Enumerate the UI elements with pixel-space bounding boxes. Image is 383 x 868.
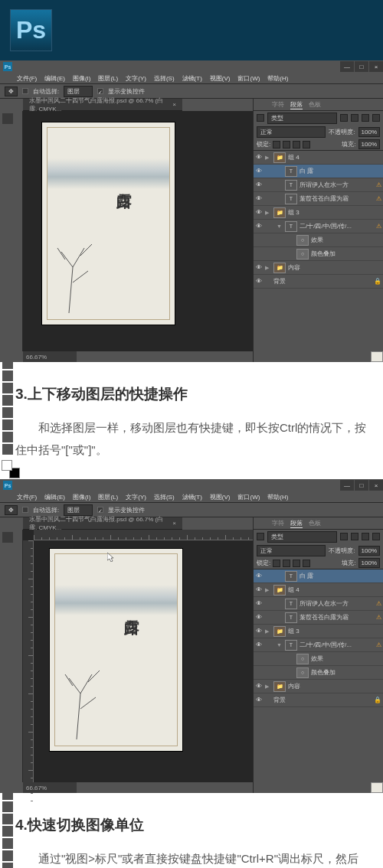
- lock-all-icon[interactable]: [303, 141, 310, 148]
- document-tab[interactable]: 水墨中国风二十四节气白露海报.psd @ 66.7% (白 露, CMYK...…: [23, 99, 182, 111]
- auto-select-dropdown[interactable]: 图层: [64, 86, 93, 97]
- document-canvas[interactable]: 白露: [41, 122, 175, 325]
- expand-icon[interactable]: ▶: [265, 155, 271, 161]
- fill-input[interactable]: 100%: [358, 139, 380, 149]
- layer-row[interactable]: 👁▶📁组 3: [254, 206, 383, 220]
- filter-text-icon[interactable]: [340, 533, 348, 540]
- menu-item[interactable]: 视图(V): [210, 74, 231, 83]
- tool-button[interactable]: [2, 826, 13, 837]
- menu-item[interactable]: 帮助(H): [267, 74, 288, 83]
- tool-button[interactable]: [2, 740, 13, 751]
- ruler-vertical[interactable]: [23, 540, 34, 782]
- layer-kind-dropdown[interactable]: 类型: [267, 113, 337, 124]
- tool-button[interactable]: [2, 175, 13, 185]
- lock-position-icon[interactable]: [293, 141, 300, 148]
- layer-row[interactable]: 👁T白 露: [254, 569, 383, 583]
- filter-smart-icon[interactable]: [372, 533, 380, 540]
- tool-button[interactable]: [2, 716, 13, 726]
- tool-button[interactable]: [2, 752, 13, 763]
- layer-row[interactable]: 👁T白 露: [254, 165, 383, 178]
- tool-button[interactable]: [2, 321, 13, 332]
- menu-item[interactable]: 图像(I): [73, 74, 91, 83]
- search-icon[interactable]: [257, 533, 264, 540]
- tab-close-icon[interactable]: ×: [172, 520, 176, 527]
- menu-item[interactable]: 选择(S): [154, 493, 175, 501]
- tool-button[interactable]: [2, 224, 13, 234]
- menu-item[interactable]: 图层(L): [98, 493, 118, 501]
- tool-button[interactable]: [2, 260, 13, 271]
- visibility-icon[interactable]: [255, 250, 263, 258]
- tab-close-icon[interactable]: ×: [172, 101, 176, 108]
- filter-adj-icon[interactable]: [351, 114, 358, 122]
- blend-mode-dropdown[interactable]: 正常: [257, 126, 326, 138]
- visibility-icon[interactable]: 👁: [255, 209, 263, 217]
- move-tool-icon[interactable]: ✥: [5, 86, 18, 96]
- visibility-icon[interactable]: 👁: [255, 181, 263, 189]
- visibility-icon[interactable]: 👁: [255, 586, 263, 594]
- menu-item[interactable]: 视图(V): [210, 493, 231, 501]
- lock-transparency-icon[interactable]: [273, 560, 280, 567]
- layer-kind-dropdown[interactable]: 类型: [267, 531, 337, 543]
- lock-all-icon[interactable]: [303, 560, 310, 567]
- visibility-icon[interactable]: 👁: [255, 600, 263, 608]
- layer-row[interactable]: 👁T所谓伊人在水一方⚠: [254, 178, 383, 192]
- tool-button[interactable]: [2, 581, 13, 592]
- maximize-button[interactable]: □: [355, 61, 368, 72]
- lock-position-icon[interactable]: [293, 560, 300, 567]
- move-tool-icon[interactable]: ✥: [5, 505, 18, 515]
- visibility-icon[interactable]: 👁: [255, 628, 263, 635]
- visibility-icon[interactable]: 👁: [255, 683, 263, 690]
- tool-button[interactable]: [2, 248, 13, 259]
- tool-button[interactable]: [2, 370, 13, 381]
- show-controls-checkbox[interactable]: [97, 507, 103, 513]
- layer-row[interactable]: 👁▶📁内容: [254, 680, 383, 693]
- visibility-icon[interactable]: 👁: [255, 278, 263, 286]
- fill-input[interactable]: 100%: [358, 558, 380, 568]
- lock-transparency-icon[interactable]: [273, 141, 280, 148]
- auto-select-dropdown[interactable]: 图层: [64, 504, 93, 516]
- layer-row[interactable]: 👁背景🔒: [254, 693, 383, 707]
- tool-button[interactable]: [2, 863, 13, 868]
- filter-smart-icon[interactable]: [372, 114, 380, 122]
- menu-item[interactable]: 编辑(E): [44, 74, 65, 83]
- canvas-area[interactable]: 白露: [23, 111, 253, 351]
- filter-shape-icon[interactable]: [362, 533, 369, 540]
- visibility-icon[interactable]: [255, 669, 263, 677]
- tool-button[interactable]: [2, 532, 13, 543]
- tool-button[interactable]: [2, 630, 13, 641]
- panel-tab[interactable]: 字符: [272, 519, 284, 527]
- tool-button[interactable]: [2, 679, 13, 690]
- menu-item[interactable]: 窗口(W): [237, 493, 260, 501]
- tool-button[interactable]: [2, 667, 13, 677]
- filter-text-icon[interactable]: [340, 114, 348, 122]
- layer-row[interactable]: 👁背景🔒: [254, 275, 383, 289]
- menu-item[interactable]: 文字(Y): [126, 493, 146, 501]
- tool-button[interactable]: [2, 654, 13, 665]
- menu-item[interactable]: 文件(F): [17, 493, 37, 501]
- layer-row[interactable]: 👁T蒹葭苍苍白露为霜⚠: [254, 192, 383, 206]
- tool-button[interactable]: [2, 789, 13, 800]
- tool-button[interactable]: [2, 334, 13, 344]
- layer-row[interactable]: 👁▼T二/十/四/中/国/传/...⚠: [254, 638, 383, 652]
- menu-item[interactable]: 滤镜(T): [182, 74, 202, 83]
- tool-button[interactable]: [2, 138, 13, 148]
- auto-select-checkbox[interactable]: [22, 507, 28, 513]
- menu-item[interactable]: 图像(I): [73, 493, 91, 501]
- panel-tab[interactable]: 色板: [309, 519, 321, 527]
- color-swatches[interactable]: [2, 460, 20, 478]
- menu-item[interactable]: 窗口(W): [237, 74, 260, 83]
- layer-row[interactable]: 👁▶📁组 3: [254, 625, 383, 638]
- lock-pixels-icon[interactable]: [283, 141, 290, 148]
- visibility-icon[interactable]: 👁: [255, 168, 263, 175]
- tool-button[interactable]: [2, 162, 13, 173]
- layer-row[interactable]: ○效果: [254, 652, 383, 666]
- visibility-icon[interactable]: 👁: [255, 697, 263, 704]
- tool-button[interactable]: [2, 544, 13, 555]
- minimize-button[interactable]: —: [340, 480, 354, 491]
- visibility-icon[interactable]: 👁: [255, 641, 263, 649]
- canvas-area[interactable]: 白露: [23, 530, 253, 782]
- tool-button[interactable]: [2, 814, 13, 824]
- tool-button[interactable]: [2, 444, 13, 455]
- tool-button[interactable]: [2, 618, 13, 628]
- visibility-icon[interactable]: 👁: [255, 614, 263, 622]
